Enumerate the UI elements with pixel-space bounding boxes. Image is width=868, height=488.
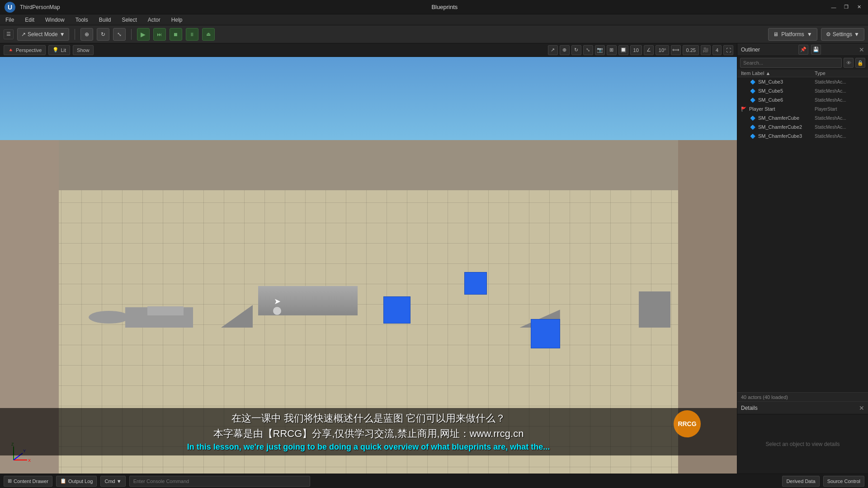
scale-value-button[interactable]: 0.25 [683, 45, 698, 55]
outliner-item-chamfer1[interactable]: 🔷 SM_ChamferCube StaticMeshAc... [737, 113, 868, 122]
svg-text:X: X [28, 458, 31, 463]
menu-toggle-button[interactable]: ☰ [4, 29, 14, 39]
outliner-item-playerstart[interactable]: 🚩 Player Start PlayerStart [737, 104, 868, 113]
scale-button[interactable]: ⤡ [113, 28, 126, 41]
outliner-search-input[interactable] [740, 58, 842, 68]
rotate-button[interactable]: ↻ [97, 28, 109, 41]
show-label: Show [77, 47, 90, 53]
menu-file[interactable]: File [4, 16, 16, 24]
viewport-container: 🔺 Perspective 💡 Lit Show ↗ ⊕ ↻ ⤡ 📷 ⊞ 🔲 1… [0, 43, 737, 474]
platforms-label: Platforms [781, 31, 804, 38]
outliner-lock-button[interactable]: 🔒 [855, 58, 865, 68]
outliner-item-sm-cube5[interactable]: 🔷 SM_Cube5 StaticMeshAc... [737, 86, 868, 95]
settings-button[interactable]: ⚙ Settings ▼ [821, 28, 864, 41]
stop-button[interactable]: ⏹ [170, 28, 182, 41]
outliner-item-sm-cube3[interactable]: 🔷 SM_Cube3 StaticMeshAc... [737, 77, 868, 86]
platforms-button[interactable]: 🖥 Platforms ▼ [768, 28, 817, 41]
outliner-close-button[interactable]: ✕ [859, 46, 864, 53]
watermark: RRCG [674, 410, 701, 437]
outliner-item-sm-cube6[interactable]: 🔷 SM_Cube6 StaticMeshAc... [737, 95, 868, 104]
menu-select[interactable]: Select [120, 16, 138, 24]
outliner-item-chamfer3[interactable]: 🔷 SM_ChamferCube3 StaticMeshAc... [737, 131, 868, 141]
select-mode-button[interactable]: ↗ Select Mode ▼ [17, 28, 69, 41]
camera-button[interactable]: 📷 [595, 45, 605, 55]
chamfer3-icon: 🔷 [750, 134, 755, 139]
details-panel-header: Details ✕ [737, 402, 868, 414]
eject-button[interactable]: ⏏ [202, 28, 215, 41]
content-drawer-button[interactable]: ⊞ Content Drawer [4, 476, 52, 487]
status-bar: ⊞ Content Drawer 📋 Output Log Cmd ▼ Deri… [0, 474, 868, 488]
perspective-label: Perspective [16, 47, 42, 53]
viewport-grid-button[interactable]: ⊞ [607, 45, 617, 55]
derived-data-button[interactable]: Derived Data [782, 476, 819, 487]
camera-speed-button[interactable]: 🎥 [701, 45, 711, 55]
sm-cube6-label: SM_Cube6 [758, 97, 813, 103]
menu-build[interactable]: Build [97, 16, 113, 24]
playerstart-label: Player Start [749, 106, 813, 112]
minimize-button[interactable]: — [829, 3, 838, 12]
chamfer2-label: SM_ChamferCube2 [758, 124, 813, 130]
menu-edit[interactable]: Edit [23, 16, 36, 24]
maximize-button[interactable]: ⛶ [723, 45, 733, 55]
console-command-input[interactable] [129, 476, 310, 487]
settings-chevron: ▼ [854, 31, 859, 38]
step-button[interactable]: ⏭ [153, 28, 166, 41]
outliner-item-chamfer2[interactable]: 🔷 SM_ChamferCube2 StaticMeshAc... [737, 122, 868, 131]
outliner-save-button[interactable]: 💾 [811, 45, 821, 55]
output-log-button[interactable]: 📋 Output Log [56, 476, 97, 487]
menu-window[interactable]: Window [43, 16, 66, 24]
angle-button[interactable]: ∠ [644, 45, 654, 55]
details-title: Details [741, 405, 758, 411]
pause-button[interactable]: ⏸ [186, 28, 198, 41]
cylinder-object [89, 311, 129, 324]
settings-label: Settings [833, 31, 852, 38]
source-control-button[interactable]: Source Control [823, 476, 864, 487]
outliner-footer: 40 actors (40 loaded) [737, 392, 868, 401]
chamfer2-type: StaticMeshAc... [815, 125, 864, 130]
translate-button[interactable]: ⊕ [80, 28, 93, 41]
menu-bar: File Edit Window Tools Build Select Acto… [0, 14, 868, 25]
show-button[interactable]: Show [73, 45, 94, 55]
rotate-tool-button[interactable]: ↻ [571, 45, 581, 55]
grid-size-button[interactable]: 10 [630, 45, 642, 55]
menu-tools[interactable]: Tools [74, 16, 90, 24]
restore-button[interactable]: ❐ [842, 3, 851, 12]
player-start: ➤ [273, 296, 282, 315]
scale-tool-button[interactable]: ⤡ [583, 45, 593, 55]
angle-value-button[interactable]: 10° [656, 45, 670, 55]
step-object [147, 306, 184, 315]
viewport-3d[interactable]: ➤ X Z Y 在这一课中 我们将快速概述什么是蓝图 它们可以用来做什么？ 本字… [0, 57, 737, 474]
blue-cube-1 [383, 296, 410, 324]
chamfer3-label: SM_ChamferCube3 [758, 133, 813, 139]
cmd-button[interactable]: Cmd ▼ [100, 476, 125, 487]
scale-snap-button[interactable]: ⟺ [671, 45, 681, 55]
snap-button[interactable]: 🔲 [618, 45, 628, 55]
outliner-search-row: 👁 🔒 [737, 56, 868, 70]
outliner-pin-button[interactable]: 📌 [798, 45, 808, 55]
perspective-button[interactable]: 🔺 Perspective [4, 45, 46, 55]
player-start-sphere [273, 306, 282, 315]
details-empty-text: Select an object to view details [765, 441, 840, 447]
select-tool-button[interactable]: ↗ [548, 45, 558, 55]
select-mode-icon: ↗ [21, 31, 26, 38]
sm-cube6-type: StaticMeshAc... [815, 98, 864, 103]
output-log-status-label: Output Log [68, 479, 93, 484]
select-mode-label: Select Mode [28, 31, 58, 38]
translate-tool-button[interactable]: ⊕ [560, 45, 570, 55]
derived-data-label: Derived Data [786, 479, 815, 484]
camera-speed-value[interactable]: 4 [712, 45, 722, 55]
outliner-column-header: Item Label ▲ Type [737, 70, 868, 77]
blue-cube-3 [531, 319, 560, 348]
details-close-button[interactable]: ✕ [859, 404, 864, 412]
playerstart-icon: 🚩 [741, 107, 746, 112]
menu-actor[interactable]: Actor [146, 16, 162, 24]
details-panel: Details ✕ Select an object to view detai… [737, 401, 868, 474]
lit-icon: 💡 [52, 47, 59, 53]
play-button[interactable]: ▶ [137, 28, 150, 41]
back-wall [0, 140, 737, 190]
close-button[interactable]: ✕ [854, 3, 863, 12]
menu-help[interactable]: Help [170, 16, 184, 24]
lit-button[interactable]: 💡 Lit [48, 45, 70, 55]
sm-cube6-icon: 🔷 [750, 98, 755, 103]
outliner-view-button[interactable]: 👁 [844, 58, 854, 68]
